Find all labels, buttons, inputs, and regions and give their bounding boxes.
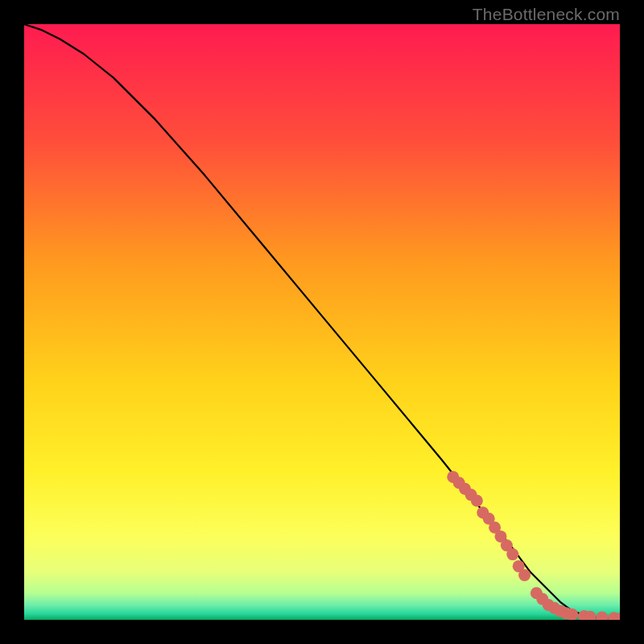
curve-path [24,24,620,619]
data-point [518,569,530,581]
watermark-label: TheBottleneck.com [473,5,620,24]
data-points-group [447,471,620,620]
curve-layer [24,24,620,620]
data-point [471,495,483,507]
data-point [506,548,518,560]
plot-area [24,24,620,620]
data-point [596,612,608,620]
chart-stage: TheBottleneck.com [0,0,644,644]
